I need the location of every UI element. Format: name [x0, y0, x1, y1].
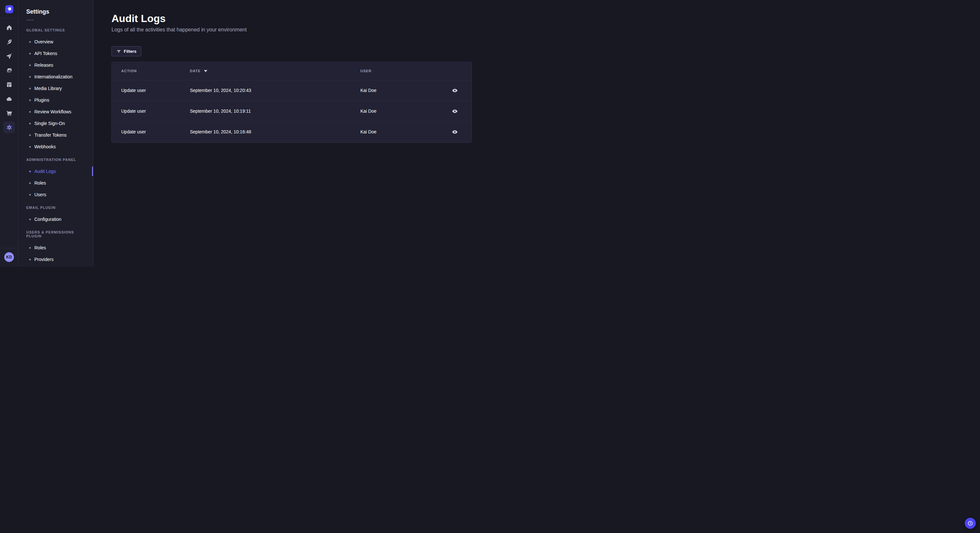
settings-sidebar: Settings Global SettingsOverviewAPI Toke… [19, 0, 93, 266]
audit-logs-table: Action Date User Update userSeptember 10… [112, 62, 471, 142]
bullet-icon [29, 134, 31, 136]
sidebar-item-releases[interactable]: Releases [19, 59, 93, 71]
sidebar-section-users-permissions-plugin: Users & Permissions pluginRolesProviders [19, 230, 93, 265]
bullet-icon [29, 247, 31, 249]
rail-item-cart[interactable] [3, 107, 15, 119]
media-icon [6, 67, 13, 74]
sort-desc-icon [204, 70, 207, 72]
home-icon [6, 24, 13, 31]
sidebar-item-label: Overview [34, 39, 53, 44]
bullet-icon [29, 65, 31, 66]
sidebar-item-label: Audit Logs [34, 169, 56, 174]
section-label: Email Plugin [19, 206, 93, 209]
bullet-icon [29, 182, 31, 184]
rail-item-layout[interactable] [3, 79, 15, 90]
date-cell: September 10, 2024, 10:19:11 [190, 101, 360, 121]
bullet-icon [29, 194, 31, 195]
section-label: Global Settings [19, 28, 93, 32]
paper-plane-icon [6, 53, 13, 60]
sidebar-item-providers[interactable]: Providers [19, 254, 93, 265]
sidebar-item-api-tokens[interactable]: API Tokens [19, 48, 93, 59]
sidebar-item-roles[interactable]: Roles [19, 177, 93, 189]
date-cell: September 10, 2024, 10:16:48 [190, 121, 360, 142]
cart-icon [6, 110, 13, 117]
sidebar-section-email-plugin: Email PluginConfiguration [19, 206, 93, 225]
filter-icon [116, 49, 121, 54]
table-row[interactable]: Update userSeptember 10, 2024, 10:20:43K… [112, 80, 471, 101]
sidebar-item-audit-logs[interactable]: Audit Logs [19, 165, 93, 177]
bullet-icon [29, 88, 31, 89]
sidebar-item-single-sign-on[interactable]: Single Sign-On [19, 117, 93, 129]
sidebar-item-users[interactable]: Users [19, 189, 93, 200]
bullet-icon [29, 99, 31, 101]
date-cell: September 10, 2024, 10:20:43 [190, 80, 360, 101]
eye-icon [452, 129, 458, 135]
view-details-button[interactable] [450, 106, 460, 116]
bullet-icon [29, 123, 31, 124]
bullet-icon [29, 146, 31, 148]
sidebar-item-label: API Tokens [34, 51, 57, 56]
rail-item-feather[interactable] [3, 36, 15, 48]
table-header-row: Action Date User [112, 62, 471, 80]
user-cell: Kai Doe [360, 121, 441, 142]
cloud-icon [6, 95, 13, 102]
table-row[interactable]: Update userSeptember 10, 2024, 10:19:11K… [112, 101, 471, 121]
sidebar-section-administration-panel: Administration PanelAudit LogsRolesUsers [19, 158, 93, 200]
sidebar-item-review-workflows[interactable]: Review Workflows [19, 106, 93, 117]
audit-logs-table-card: Action Date User Update userSeptember 10… [111, 62, 472, 143]
rail-item-media[interactable] [3, 65, 15, 76]
bullet-icon [29, 171, 31, 172]
page-title: Audit Logs [111, 13, 472, 24]
sidebar-item-overview[interactable]: Overview [19, 36, 93, 48]
section-label: Administration Panel [19, 158, 93, 162]
bullet-icon [29, 111, 31, 113]
column-header-action: Action [112, 62, 190, 80]
rail-item-paper-plane[interactable] [3, 50, 15, 62]
rail-item-gear[interactable] [3, 121, 15, 133]
sidebar-item-label: Webhooks [34, 144, 56, 149]
sidebar-item-configuration[interactable]: Configuration [19, 213, 93, 225]
table-row[interactable]: Update userSeptember 10, 2024, 10:16:48K… [112, 121, 471, 142]
view-details-button[interactable] [450, 85, 460, 95]
strapi-logo-icon [6, 6, 13, 13]
filters-button-label: Filters [124, 49, 137, 54]
action-cell: Update user [112, 121, 190, 142]
sidebar-item-label: Roles [34, 180, 46, 186]
sidebar-item-label: Providers [34, 257, 54, 262]
feather-icon [6, 38, 13, 45]
user-cell: Kai Doe [360, 80, 441, 101]
bullet-icon [29, 76, 31, 78]
sidebar-item-label: Releases [34, 62, 53, 68]
action-cell: Update user [112, 101, 190, 121]
rail-divider-bottom [0, 248, 18, 248]
sidebar-item-plugins[interactable]: Plugins [19, 94, 93, 106]
bullet-icon [29, 219, 31, 220]
column-header-date[interactable]: Date [190, 62, 360, 80]
rail-item-home[interactable] [3, 22, 15, 33]
sidebar-item-label: Configuration [34, 217, 61, 222]
filters-button[interactable]: Filters [111, 46, 141, 56]
section-label: Users & Permissions plugin [19, 230, 93, 238]
gear-icon [6, 124, 13, 131]
sidebar-item-label: Single Sign-On [34, 121, 65, 126]
eye-icon [452, 108, 458, 114]
sidebar-item-roles[interactable]: Roles [19, 242, 93, 254]
main-nav-rail: KD [0, 0, 19, 266]
avatar[interactable]: KD [4, 252, 14, 262]
sidebar-item-label: Plugins [34, 97, 49, 103]
sidebar-item-label: Roles [34, 245, 46, 250]
view-details-button[interactable] [450, 127, 460, 137]
strapi-logo[interactable] [5, 5, 13, 13]
sidebar-item-label: Transfer Tokens [34, 132, 67, 138]
layout-icon [6, 81, 13, 88]
sidebar-item-media-library[interactable]: Media Library [19, 82, 93, 94]
bullet-icon [29, 41, 31, 43]
bullet-icon [29, 259, 31, 260]
page-subtitle: Logs of all the activities that happened… [111, 27, 472, 33]
sidebar-item-internationalization[interactable]: Internationalization [19, 71, 93, 82]
sidebar-item-transfer-tokens[interactable]: Transfer Tokens [19, 129, 93, 141]
sidebar-item-webhooks[interactable]: Webhooks [19, 141, 93, 152]
bullet-icon [29, 53, 31, 54]
sidebar-item-label: Media Library [34, 86, 62, 91]
rail-item-cloud[interactable] [3, 93, 15, 105]
